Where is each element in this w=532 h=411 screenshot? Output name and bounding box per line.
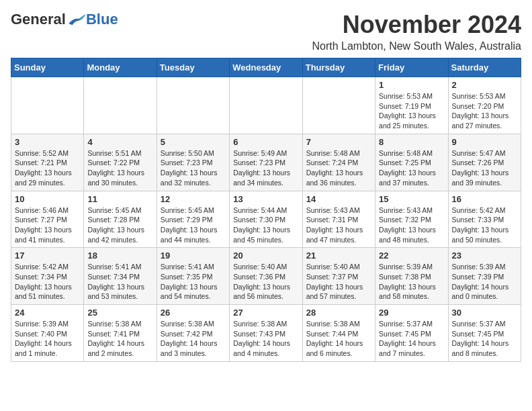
calendar-cell bbox=[11, 77, 84, 134]
day-number: 11 bbox=[87, 194, 152, 204]
day-info: Sunrise: 5:39 AM Sunset: 7:39 PM Dayligh… bbox=[452, 262, 517, 302]
day-number: 23 bbox=[452, 250, 517, 261]
calendar-cell: 10Sunrise: 5:46 AM Sunset: 7:27 PM Dayli… bbox=[11, 191, 84, 248]
day-number: 18 bbox=[87, 250, 152, 261]
day-number: 14 bbox=[306, 194, 371, 204]
day-info: Sunrise: 5:49 AM Sunset: 7:23 PM Dayligh… bbox=[233, 148, 298, 188]
calendar-week-row: 24Sunrise: 5:39 AM Sunset: 7:40 PM Dayli… bbox=[11, 305, 521, 362]
logo-text: General Blue bbox=[11, 11, 118, 28]
day-number: 21 bbox=[306, 250, 371, 261]
day-info: Sunrise: 5:39 AM Sunset: 7:40 PM Dayligh… bbox=[15, 319, 80, 359]
day-info: Sunrise: 5:42 AM Sunset: 7:33 PM Dayligh… bbox=[452, 205, 517, 245]
day-number: 24 bbox=[15, 308, 80, 318]
day-info: Sunrise: 5:44 AM Sunset: 7:30 PM Dayligh… bbox=[233, 205, 298, 245]
calendar-day-header: Thursday bbox=[302, 58, 375, 77]
day-info: Sunrise: 5:40 AM Sunset: 7:37 PM Dayligh… bbox=[306, 262, 371, 302]
logo-bird-icon bbox=[67, 13, 86, 26]
calendar-cell: 8Sunrise: 5:48 AM Sunset: 7:25 PM Daylig… bbox=[375, 134, 448, 191]
calendar-cell: 9Sunrise: 5:47 AM Sunset: 7:26 PM Daylig… bbox=[448, 134, 521, 191]
day-info: Sunrise: 5:48 AM Sunset: 7:24 PM Dayligh… bbox=[306, 148, 371, 188]
page-header: General Blue November 2024 North Lambton… bbox=[11, 11, 521, 52]
calendar-cell: 17Sunrise: 5:42 AM Sunset: 7:34 PM Dayli… bbox=[11, 248, 84, 305]
calendar-cell: 30Sunrise: 5:37 AM Sunset: 7:45 PM Dayli… bbox=[448, 305, 521, 362]
calendar-day-header: Friday bbox=[375, 58, 448, 77]
day-info: Sunrise: 5:38 AM Sunset: 7:41 PM Dayligh… bbox=[87, 319, 152, 359]
day-number: 7 bbox=[306, 137, 371, 147]
day-info: Sunrise: 5:37 AM Sunset: 7:45 PM Dayligh… bbox=[379, 319, 444, 359]
day-info: Sunrise: 5:48 AM Sunset: 7:25 PM Dayligh… bbox=[379, 148, 444, 188]
calendar-cell: 12Sunrise: 5:45 AM Sunset: 7:29 PM Dayli… bbox=[157, 191, 229, 248]
day-number: 17 bbox=[15, 250, 80, 261]
calendar-cell: 29Sunrise: 5:37 AM Sunset: 7:45 PM Dayli… bbox=[375, 305, 448, 362]
calendar-cell: 19Sunrise: 5:41 AM Sunset: 7:35 PM Dayli… bbox=[157, 248, 229, 305]
calendar-cell: 4Sunrise: 5:51 AM Sunset: 7:22 PM Daylig… bbox=[84, 134, 157, 191]
calendar-week-row: 17Sunrise: 5:42 AM Sunset: 7:34 PM Dayli… bbox=[11, 248, 521, 305]
day-number: 15 bbox=[379, 194, 444, 204]
day-number: 13 bbox=[233, 194, 298, 204]
day-info: Sunrise: 5:40 AM Sunset: 7:36 PM Dayligh… bbox=[233, 262, 298, 302]
calendar-cell bbox=[157, 77, 229, 134]
calendar-cell: 13Sunrise: 5:44 AM Sunset: 7:30 PM Dayli… bbox=[230, 191, 302, 248]
calendar-cell: 27Sunrise: 5:38 AM Sunset: 7:43 PM Dayli… bbox=[230, 305, 302, 362]
day-info: Sunrise: 5:46 AM Sunset: 7:27 PM Dayligh… bbox=[15, 205, 80, 245]
day-number: 30 bbox=[452, 308, 517, 318]
day-info: Sunrise: 5:43 AM Sunset: 7:31 PM Dayligh… bbox=[306, 205, 371, 245]
day-number: 19 bbox=[161, 250, 226, 261]
day-number: 5 bbox=[161, 137, 226, 147]
day-info: Sunrise: 5:39 AM Sunset: 7:38 PM Dayligh… bbox=[379, 262, 444, 302]
day-number: 2 bbox=[452, 80, 517, 90]
calendar-cell: 24Sunrise: 5:39 AM Sunset: 7:40 PM Dayli… bbox=[11, 305, 84, 362]
day-info: Sunrise: 5:42 AM Sunset: 7:34 PM Dayligh… bbox=[15, 262, 80, 302]
day-number: 16 bbox=[452, 194, 517, 204]
calendar-body: 1Sunrise: 5:53 AM Sunset: 7:19 PM Daylig… bbox=[11, 77, 521, 362]
calendar-cell: 16Sunrise: 5:42 AM Sunset: 7:33 PM Dayli… bbox=[448, 191, 521, 248]
day-number: 20 bbox=[233, 250, 298, 261]
day-number: 8 bbox=[379, 137, 444, 147]
day-info: Sunrise: 5:38 AM Sunset: 7:43 PM Dayligh… bbox=[233, 319, 298, 359]
logo-blue: Blue bbox=[86, 11, 118, 28]
day-info: Sunrise: 5:53 AM Sunset: 7:19 PM Dayligh… bbox=[379, 91, 444, 131]
day-number: 10 bbox=[15, 194, 80, 204]
calendar-day-header: Saturday bbox=[448, 58, 521, 77]
day-number: 9 bbox=[452, 137, 517, 147]
day-info: Sunrise: 5:52 AM Sunset: 7:21 PM Dayligh… bbox=[15, 148, 80, 188]
day-number: 6 bbox=[233, 137, 298, 147]
day-info: Sunrise: 5:47 AM Sunset: 7:26 PM Dayligh… bbox=[452, 148, 517, 188]
calendar-table: SundayMondayTuesdayWednesdayThursdayFrid… bbox=[11, 58, 521, 362]
day-info: Sunrise: 5:38 AM Sunset: 7:44 PM Dayligh… bbox=[306, 319, 371, 359]
day-number: 29 bbox=[379, 308, 444, 318]
calendar-cell: 28Sunrise: 5:38 AM Sunset: 7:44 PM Dayli… bbox=[302, 305, 375, 362]
calendar-cell: 22Sunrise: 5:39 AM Sunset: 7:38 PM Dayli… bbox=[375, 248, 448, 305]
day-info: Sunrise: 5:41 AM Sunset: 7:35 PM Dayligh… bbox=[161, 262, 226, 302]
title-section: November 2024 North Lambton, New South W… bbox=[312, 11, 521, 52]
calendar-cell bbox=[302, 77, 375, 134]
day-info: Sunrise: 5:45 AM Sunset: 7:28 PM Dayligh… bbox=[87, 205, 152, 245]
calendar-cell: 6Sunrise: 5:49 AM Sunset: 7:23 PM Daylig… bbox=[230, 134, 302, 191]
calendar-header-row: SundayMondayTuesdayWednesdayThursdayFrid… bbox=[11, 58, 521, 77]
calendar-cell: 7Sunrise: 5:48 AM Sunset: 7:24 PM Daylig… bbox=[302, 134, 375, 191]
day-info: Sunrise: 5:53 AM Sunset: 7:20 PM Dayligh… bbox=[452, 91, 517, 131]
calendar-cell: 5Sunrise: 5:50 AM Sunset: 7:23 PM Daylig… bbox=[157, 134, 229, 191]
calendar-cell: 15Sunrise: 5:43 AM Sunset: 7:32 PM Dayli… bbox=[375, 191, 448, 248]
calendar-week-row: 10Sunrise: 5:46 AM Sunset: 7:27 PM Dayli… bbox=[11, 191, 521, 248]
calendar-cell bbox=[84, 77, 157, 134]
calendar-cell: 23Sunrise: 5:39 AM Sunset: 7:39 PM Dayli… bbox=[448, 248, 521, 305]
calendar-cell: 3Sunrise: 5:52 AM Sunset: 7:21 PM Daylig… bbox=[11, 134, 84, 191]
calendar-day-header: Tuesday bbox=[157, 58, 229, 77]
calendar-cell: 2Sunrise: 5:53 AM Sunset: 7:20 PM Daylig… bbox=[448, 77, 521, 134]
day-info: Sunrise: 5:37 AM Sunset: 7:45 PM Dayligh… bbox=[452, 319, 517, 359]
day-info: Sunrise: 5:38 AM Sunset: 7:42 PM Dayligh… bbox=[161, 319, 226, 359]
calendar-cell: 26Sunrise: 5:38 AM Sunset: 7:42 PM Dayli… bbox=[157, 305, 229, 362]
calendar-day-header: Sunday bbox=[11, 58, 84, 77]
calendar-cell: 18Sunrise: 5:41 AM Sunset: 7:34 PM Dayli… bbox=[84, 248, 157, 305]
logo-general: General bbox=[11, 11, 66, 28]
calendar-day-header: Monday bbox=[84, 58, 157, 77]
calendar-cell: 11Sunrise: 5:45 AM Sunset: 7:28 PM Dayli… bbox=[84, 191, 157, 248]
day-number: 4 bbox=[87, 137, 152, 147]
day-number: 12 bbox=[161, 194, 226, 204]
day-info: Sunrise: 5:50 AM Sunset: 7:23 PM Dayligh… bbox=[161, 148, 226, 188]
calendar-cell: 25Sunrise: 5:38 AM Sunset: 7:41 PM Dayli… bbox=[84, 305, 157, 362]
day-number: 25 bbox=[87, 308, 152, 318]
logo: General Blue bbox=[11, 11, 118, 28]
day-number: 22 bbox=[379, 250, 444, 261]
